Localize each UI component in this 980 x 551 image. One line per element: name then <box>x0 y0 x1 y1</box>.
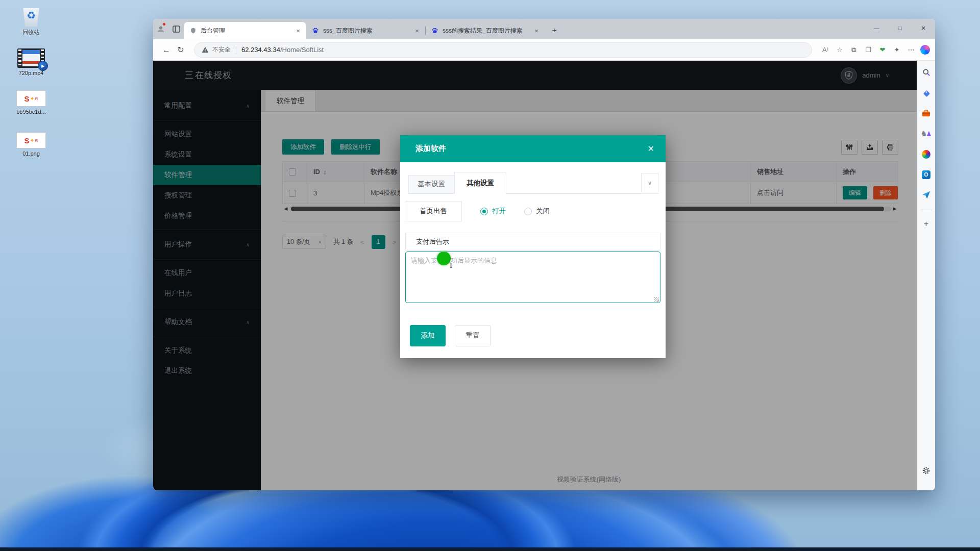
split-screen-icon[interactable]: ⧉ <box>847 43 861 57</box>
tabs-expand-button[interactable]: ∨ <box>641 173 658 192</box>
click-indicator <box>437 252 451 265</box>
tab-close-icon[interactable]: × <box>294 27 302 35</box>
desktop-icon-label: 回收站 <box>23 29 40 36</box>
tab-actions-icon[interactable] <box>168 20 184 38</box>
browser-toolbar: ← ↻ 不安全 62.234.43.34 /Home/SoftList A⁾ ☆… <box>153 39 935 61</box>
textarea-resize-handle[interactable] <box>654 297 659 302</box>
tab-admin-panel[interactable]: 后台管理 × <box>184 22 306 39</box>
baidu-favicon-icon <box>431 27 439 35</box>
warning-icon <box>202 46 209 53</box>
modal-tabs: 基本设置 其他设置 ∨ <box>408 173 658 194</box>
minimize-button[interactable]: — <box>865 19 888 37</box>
modal-reset-button[interactable]: 重置 <box>455 325 491 346</box>
browser-window: 后台管理 × sss_百度图片搜索 × sss的搜索结果_百度图片搜索 × + … <box>153 19 935 490</box>
tab-close-icon[interactable]: × <box>413 27 421 35</box>
desktop-icons: ♻ 回收站 ▶ 720p.mp4 S✦R bb95bc1d... S✦R 01.… <box>9 3 53 168</box>
add-software-modal: 添加软件 ✕ 基本设置 其他设置 ∨ 首页出售 打开 关闭 <box>400 135 666 358</box>
page-viewport: 三 在线授权 admin ∨ 常用配置∧ 网站设置 系统设置 软件管理 <box>153 61 917 490</box>
tab-title: sss_百度图片搜索 <box>323 27 410 35</box>
tab-title: 后台管理 <box>201 27 291 35</box>
settings-gear-icon[interactable] <box>920 464 933 477</box>
modal-tab-basic-settings[interactable]: 基本设置 <box>408 175 454 193</box>
desktop-icon-video[interactable]: ▶ 720p.mp4 <box>9 48 53 76</box>
browser-tabstrip: 后台管理 × sss_百度图片搜索 × sss的搜索结果_百度图片搜索 × + … <box>153 19 935 39</box>
shield-favicon-icon <box>189 27 197 35</box>
notification-dot <box>162 22 166 26</box>
microsoft-365-icon[interactable] <box>920 147 933 161</box>
tab-baidu-results[interactable]: sss的搜索结果_百度图片搜索 × <box>426 22 545 39</box>
desktop-icon-label: 720p.mp4 <box>19 70 44 76</box>
close-button[interactable]: ✕ <box>912 19 935 37</box>
sidebar-search-icon[interactable] <box>920 66 933 79</box>
tab-baidu-images[interactable]: sss_百度图片搜索 × <box>306 22 425 39</box>
tab-close-icon[interactable]: × <box>532 27 541 35</box>
url-path: /Home/SoftList <box>280 46 324 54</box>
modal-title: 添加软件 <box>415 144 446 154</box>
favorites-icon[interactable]: ☆ <box>832 43 847 57</box>
recycle-bin-icon: ♻ <box>20 3 42 27</box>
desktop-icon-label: bb95bc1d... <box>16 109 46 115</box>
back-button[interactable]: ← <box>159 43 174 57</box>
payment-notice-label: 支付后告示 <box>405 233 660 251</box>
new-tab-button[interactable]: + <box>548 23 561 36</box>
home-sale-label: 首页出售 <box>405 201 462 221</box>
browser-essentials-icon[interactable]: ❤ <box>875 43 890 57</box>
radio-open[interactable]: 打开 <box>480 207 506 216</box>
modal-add-button[interactable]: 添加 <box>410 325 446 346</box>
address-bar[interactable]: 不安全 62.234.43.34 /Home/SoftList <box>194 42 812 58</box>
desktop-icon-image-1[interactable]: S✦R bb95bc1d... <box>9 90 53 115</box>
taskbar-edge <box>0 547 980 551</box>
modal-close-icon[interactable]: ✕ <box>648 144 654 154</box>
image-file-icon: S✦R <box>16 132 46 148</box>
outlook-icon[interactable]: O <box>920 168 933 181</box>
tools-icon[interactable] <box>920 107 933 120</box>
divider <box>921 210 932 210</box>
profile-button[interactable] <box>153 20 168 38</box>
extensions-icon[interactable]: ✦ <box>890 43 904 57</box>
modal-header: 添加软件 ✕ <box>400 135 666 162</box>
text-cursor: I <box>450 261 452 270</box>
video-file-icon: ▶ <box>17 48 45 68</box>
address-divider <box>236 46 236 54</box>
collections-icon[interactable]: ❐ <box>861 43 875 57</box>
desktop-icon-image-2[interactable]: S✦R 01.png <box>9 132 53 157</box>
play-badge-icon: ▶ <box>38 61 48 71</box>
radio-close[interactable]: 关闭 <box>524 207 550 216</box>
desktop-icon-recycle-bin[interactable]: ♻ 回收站 <box>9 3 53 36</box>
copilot-icon[interactable] <box>920 45 930 55</box>
security-label[interactable]: 不安全 <box>212 45 231 54</box>
desktop-icon-label: 01.png <box>22 151 40 157</box>
refresh-button[interactable]: ↻ <box>174 43 188 57</box>
radio-unselected-icon <box>524 208 532 215</box>
customize-sidebar-plus-icon[interactable]: + <box>920 217 933 231</box>
radio-selected-icon <box>480 208 488 215</box>
modal-tab-other-settings[interactable]: 其他设置 <box>454 172 506 194</box>
shopping-icon[interactable] <box>920 86 933 99</box>
more-menu-icon[interactable]: ⋯ <box>904 43 918 57</box>
edge-sidebar: ♞♟ O + <box>917 61 935 490</box>
drop-send-icon[interactable] <box>920 188 933 202</box>
tab-title: sss的搜索结果_百度图片搜索 <box>443 27 529 35</box>
image-file-icon: S✦R <box>16 90 46 107</box>
window-controls: — □ ✕ <box>865 19 935 37</box>
read-aloud-icon[interactable]: A⁾ <box>818 43 832 57</box>
games-icon[interactable]: ♞♟ <box>920 127 933 140</box>
url-host: 62.234.43.34 <box>241 46 280 54</box>
maximize-button[interactable]: □ <box>888 19 912 37</box>
baidu-favicon-icon <box>311 27 320 35</box>
